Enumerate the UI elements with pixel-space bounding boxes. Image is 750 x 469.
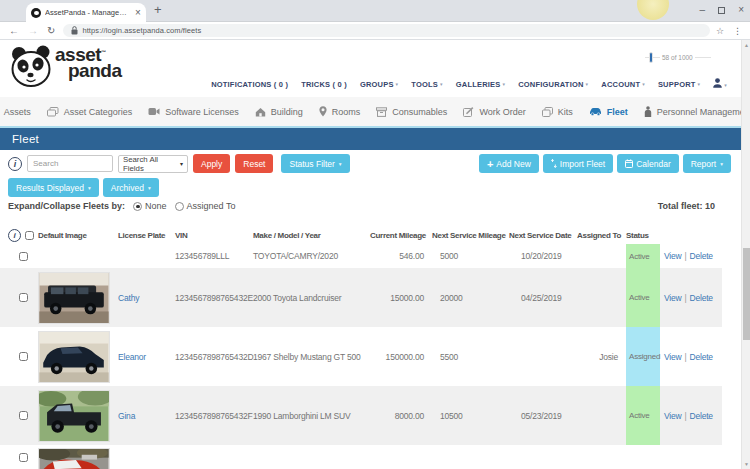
results-displayed-button[interactable]: Results Displayed▾: [8, 178, 99, 197]
assigned-to-cell: Josie: [577, 352, 626, 362]
next-service-mileage-cell: 10500: [432, 411, 509, 421]
row-checkbox[interactable]: [19, 453, 28, 462]
license-plate-link[interactable]: Cathy: [118, 293, 139, 303]
info-icon[interactable]: i: [8, 157, 22, 171]
archived-button[interactable]: Archived▾: [103, 178, 159, 197]
module-rooms[interactable]: Rooms: [319, 106, 361, 117]
vehicle-photo[interactable]: [38, 390, 110, 442]
expand-collapse-label: Expand/Collapse Fleets by:: [8, 201, 125, 211]
delete-link[interactable]: Delete: [690, 293, 713, 303]
map-pin-icon: [319, 106, 327, 117]
delete-link[interactable]: Delete: [690, 251, 713, 261]
status-badge: Active: [626, 244, 660, 268]
nav-configuration[interactable]: CONFIGURATION▾: [518, 80, 588, 89]
close-window-button[interactable]: ×: [738, 5, 744, 15]
radio-none[interactable]: [133, 202, 142, 211]
module-work-order[interactable]: Work Order: [463, 107, 525, 117]
nav-user-menu[interactable]: ▾: [713, 78, 727, 90]
view-link[interactable]: View: [664, 293, 681, 303]
vehicle-photo[interactable]: [38, 448, 110, 469]
status-filter-button[interactable]: Status Filter▾: [281, 154, 349, 173]
license-plate-link[interactable]: Eleanor: [118, 352, 146, 362]
apply-button[interactable]: Apply: [193, 154, 230, 173]
delete-link[interactable]: Delete: [690, 411, 713, 421]
nav-groups[interactable]: GROUPS▾: [360, 80, 398, 89]
vin-cell: 1234567898765432E: [175, 293, 253, 303]
tab-close-icon[interactable]: ×: [135, 8, 141, 18]
maximize-button[interactable]: [718, 7, 725, 14]
col-current-mileage: Current Mileage: [370, 231, 432, 240]
col-status: Status: [626, 231, 660, 240]
vehicle-photo[interactable]: [38, 272, 110, 324]
view-link[interactable]: View: [664, 251, 681, 261]
reload-icon[interactable]: ↻: [47, 25, 55, 36]
nav-account[interactable]: ACCOUNT▾: [601, 80, 645, 89]
scroll-up-icon[interactable]: ▲: [743, 42, 750, 48]
info-icon[interactable]: i: [8, 229, 21, 242]
cursor-highlight: [637, 0, 669, 20]
module-kits[interactable]: Kits: [542, 107, 573, 117]
browser-menu-icon[interactable]: ⋮: [733, 26, 742, 36]
import-fleet-button[interactable]: Import Fleet: [543, 154, 613, 173]
status-badge: Active: [626, 268, 660, 327]
view-link[interactable]: View: [664, 352, 681, 362]
module-software-licenses[interactable]: Software Licenses: [148, 107, 239, 117]
nav-tools[interactable]: TOOLS▾: [411, 80, 442, 89]
make-cell: 2000 Toyota Landcruiser: [253, 293, 370, 303]
row-checkbox[interactable]: [19, 411, 28, 420]
logo-word-panda: panda: [68, 63, 121, 79]
minimize-button[interactable]: –: [700, 5, 706, 15]
make-cell: 1967 Shelby Mustang GT 500: [253, 352, 370, 362]
search-scope-select[interactable]: Search All Fields▾: [118, 155, 188, 173]
module-assets[interactable]: Assets: [0, 106, 31, 117]
row-checkbox[interactable]: [19, 352, 28, 361]
module-consumables[interactable]: Consumables: [376, 107, 447, 117]
page-title: Fleet: [0, 128, 741, 150]
expand-collapse-row: Expand/Collapse Fleets by: None Assigned…: [8, 200, 715, 212]
delete-link[interactable]: Delete: [690, 352, 713, 362]
module-asset-categories[interactable]: Asset Categories: [47, 107, 133, 117]
top-navigation: NOTIFICATIONS ( 0 ) TRICKS ( 0 ) GROUPS▾…: [211, 78, 727, 90]
module-personnel-management[interactable]: Personnel Management: [644, 106, 750, 117]
site-header: asset™ panda 58 of 1000 NOTIFICATIONS ( …: [0, 40, 741, 97]
nav-tricks[interactable]: TRICKS ( 0 ): [301, 80, 347, 89]
row-checkbox[interactable]: [19, 252, 28, 261]
row-checkbox[interactable]: [19, 293, 28, 302]
module-fleet[interactable]: Fleet: [589, 107, 628, 117]
calendar-button[interactable]: Calendar: [617, 154, 679, 173]
reset-button[interactable]: Reset: [235, 154, 273, 173]
import-arrows-icon: [551, 159, 557, 168]
new-tab-button[interactable]: +: [154, 2, 162, 17]
back-icon[interactable]: ←: [9, 25, 19, 36]
bookmark-star-icon[interactable]: ☆: [716, 26, 724, 36]
module-building[interactable]: Building: [255, 107, 303, 117]
report-button[interactable]: Report▾: [683, 154, 731, 173]
nav-support[interactable]: SUPPORT▾: [658, 80, 700, 89]
chevron-down-icon: ▾: [88, 185, 91, 191]
vin-cell: 1234567898765432F: [175, 411, 253, 421]
radio-assigned-to[interactable]: [175, 202, 184, 211]
scroll-down-icon[interactable]: ▼: [743, 461, 750, 467]
current-mileage-cell: 8000.00: [370, 411, 432, 421]
vertical-scrollbar[interactable]: ▲ ▼: [741, 40, 750, 469]
forward-icon: →: [28, 25, 38, 36]
browser-tab[interactable]: AssetPanda - Management Syst... ×: [26, 3, 146, 22]
nav-notifications[interactable]: NOTIFICATIONS ( 0 ): [211, 80, 288, 89]
col-make-model-year: Make / Model / Year: [253, 231, 370, 240]
chevron-down-icon: ▾: [642, 81, 645, 87]
search-input[interactable]: [27, 155, 113, 172]
next-service-mileage-cell: 5000: [432, 251, 509, 261]
add-new-button[interactable]: +Add New: [479, 154, 539, 173]
col-next-service-mileage: Next Service Mileage: [432, 231, 509, 240]
status-badge: Active: [626, 386, 660, 445]
url-field[interactable]: https://login.assetpanda.com/fleets: [63, 24, 710, 37]
license-plate-link[interactable]: Gina: [118, 411, 135, 421]
total-fleet-count: Total fleet: 10: [658, 201, 715, 211]
select-all-checkbox[interactable]: [25, 231, 34, 240]
assetpanda-logo[interactable]: asset™ panda: [8, 44, 121, 90]
view-link[interactable]: View: [664, 411, 681, 421]
scrollbar-thumb[interactable]: [743, 248, 750, 340]
person-icon: [713, 78, 722, 88]
nav-galleries[interactable]: GALLERIES▾: [456, 80, 505, 89]
vehicle-photo[interactable]: [38, 331, 110, 383]
